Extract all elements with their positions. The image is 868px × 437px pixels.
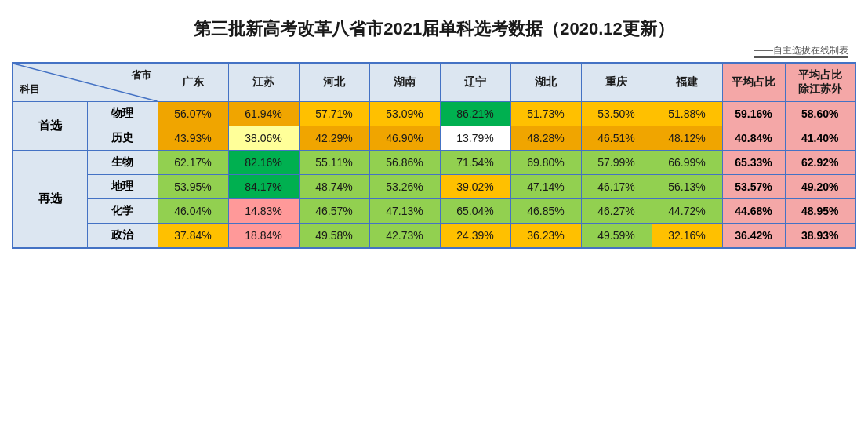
data-cell: 37.84% (158, 224, 228, 249)
category-1: 再选 (13, 151, 88, 249)
avg-ex-cell: 62.92% (785, 151, 855, 175)
data-cell: 44.72% (652, 199, 722, 224)
data-cell: 46.04% (158, 199, 228, 224)
table-row: 历史43.93%38.06%42.29%46.90%13.79%48.28%46… (13, 126, 855, 151)
avg-ex-cell: 41.40% (785, 126, 855, 151)
data-cell: 46.17% (581, 175, 652, 199)
subject-label: 政治 (88, 224, 158, 249)
data-cell: 82.16% (228, 151, 299, 175)
data-cell: 65.04% (440, 199, 510, 224)
category-0: 首选 (13, 102, 88, 151)
province-liaoning: 辽宁 (440, 63, 510, 102)
data-cell: 46.51% (581, 126, 652, 151)
data-cell: 46.85% (510, 199, 581, 224)
subject-label: 生物 (88, 151, 158, 175)
data-cell: 32.16% (652, 224, 722, 249)
data-cell: 42.73% (369, 224, 440, 249)
table-row: 首选物理56.07%61.94%57.71%53.09%86.21%51.73%… (13, 102, 855, 126)
data-cell: 55.11% (299, 151, 369, 175)
data-cell: 56.13% (652, 175, 722, 199)
data-cell: 36.23% (510, 224, 581, 249)
data-cell: 47.14% (510, 175, 581, 199)
data-cell: 53.50% (581, 102, 652, 126)
data-cell: 56.07% (158, 102, 228, 126)
data-cell: 84.17% (228, 175, 299, 199)
data-cell: 66.99% (652, 151, 722, 175)
data-cell: 57.71% (299, 102, 369, 126)
subject-label: 物理 (88, 102, 158, 126)
data-cell: 48.12% (652, 126, 722, 151)
subtitle: ——自主选拔在线制表 (12, 44, 856, 57)
avg-cell: 53.57% (722, 175, 785, 199)
province-hubei: 湖北 (510, 63, 581, 102)
diag-subject-label: 科目 (20, 82, 40, 97)
table-row: 地理53.95%84.17%48.74%53.26%39.02%47.14%46… (13, 175, 855, 199)
avg-ex-cell: 49.20% (785, 175, 855, 199)
avg-cell: 40.84% (722, 126, 785, 151)
data-cell: 18.84% (228, 224, 299, 249)
data-cell: 86.21% (440, 102, 510, 126)
data-cell: 14.83% (228, 199, 299, 224)
data-cell: 57.99% (581, 151, 652, 175)
province-chongqing: 重庆 (581, 63, 652, 102)
data-cell: 13.79% (440, 126, 510, 151)
data-cell: 24.39% (440, 224, 510, 249)
main-title: 第三批新高考改革八省市2021届单科选考数据（2020.12更新） (12, 8, 856, 44)
data-cell: 49.59% (581, 224, 652, 249)
avg-cell: 65.33% (722, 151, 785, 175)
data-cell: 47.13% (369, 199, 440, 224)
data-cell: 62.17% (158, 151, 228, 175)
data-cell: 46.27% (581, 199, 652, 224)
avg-ex-cell: 38.93% (785, 224, 855, 249)
province-hunan: 湖南 (369, 63, 440, 102)
data-cell: 51.88% (652, 102, 722, 126)
table-row: 政治37.84%18.84%49.58%42.73%24.39%36.23%49… (13, 224, 855, 249)
diag-province-label: 省市 (131, 68, 151, 82)
table-row: 再选生物62.17%82.16%55.11%56.86%71.54%69.80%… (13, 151, 855, 175)
data-cell: 46.57% (299, 199, 369, 224)
header-row: 省市 科目 广东 江苏 河北 湖南 辽宁 湖北 重庆 福建 平均占比 平均占比 … (13, 63, 855, 102)
data-cell: 43.93% (158, 126, 228, 151)
data-cell: 61.94% (228, 102, 299, 126)
page-wrapper: 第三批新高考改革八省市2021届单科选考数据（2020.12更新） ——自主选拔… (0, 0, 868, 260)
table-row: 化学46.04%14.83%46.57%47.13%65.04%46.85%46… (13, 199, 855, 224)
subject-label: 地理 (88, 175, 158, 199)
diagonal-header: 省市 科目 (13, 63, 158, 102)
data-cell: 39.02% (440, 175, 510, 199)
data-cell: 53.09% (369, 102, 440, 126)
subject-label: 历史 (88, 126, 158, 151)
avg-ex-header: 平均占比 除江苏外 (785, 63, 855, 102)
province-guangdong: 广东 (158, 63, 228, 102)
avg-cell: 44.68% (722, 199, 785, 224)
subject-label: 化学 (88, 199, 158, 224)
avg-ex-cell: 48.95% (785, 199, 855, 224)
table-body: 首选物理56.07%61.94%57.71%53.09%86.21%51.73%… (13, 102, 855, 249)
province-fujian: 福建 (652, 63, 722, 102)
data-cell: 53.26% (369, 175, 440, 199)
data-table: 省市 科目 广东 江苏 河北 湖南 辽宁 湖北 重庆 福建 平均占比 平均占比 … (12, 62, 856, 249)
avg-cell: 59.16% (722, 102, 785, 126)
data-cell: 53.95% (158, 175, 228, 199)
data-cell: 42.29% (299, 126, 369, 151)
data-cell: 48.28% (510, 126, 581, 151)
data-cell: 71.54% (440, 151, 510, 175)
data-cell: 69.80% (510, 151, 581, 175)
avg-cell: 36.42% (722, 224, 785, 249)
province-hebei: 河北 (299, 63, 369, 102)
data-cell: 49.58% (299, 224, 369, 249)
data-cell: 46.90% (369, 126, 440, 151)
province-jiangsu: 江苏 (228, 63, 299, 102)
data-cell: 48.74% (299, 175, 369, 199)
avg-ex-cell: 58.60% (785, 102, 855, 126)
data-cell: 51.73% (510, 102, 581, 126)
data-cell: 56.86% (369, 151, 440, 175)
data-cell: 38.06% (228, 126, 299, 151)
avg-header: 平均占比 (722, 63, 785, 102)
